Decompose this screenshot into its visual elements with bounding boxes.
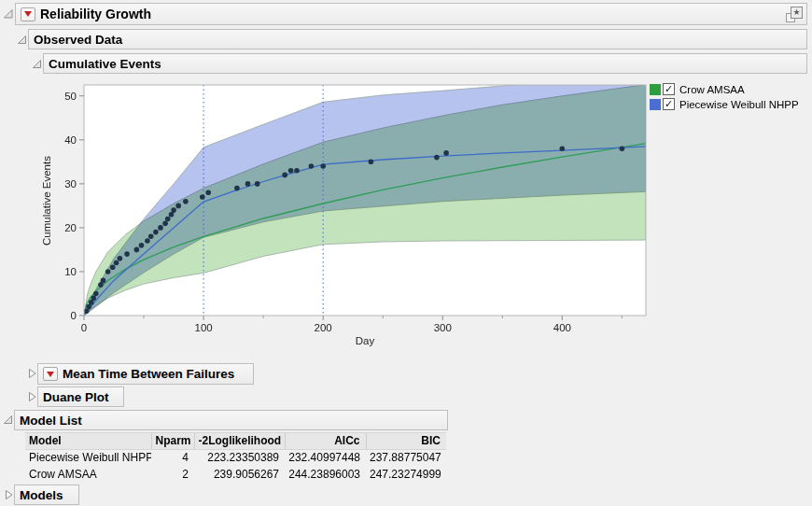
observed-event-point[interactable] [560, 146, 566, 151]
table-row[interactable]: Piecewise Weibull NHPP4223.23350389232.4… [25, 450, 446, 467]
y-tick-label: 20 [64, 222, 77, 233]
disclosure-open-icon[interactable] [17, 35, 27, 45]
observed-event-point[interactable] [434, 155, 440, 161]
table-cell: 239.9056267 [194, 467, 285, 484]
disclosure-closed-icon[interactable] [4, 489, 14, 500]
observed-event-point[interactable] [171, 207, 176, 213]
y-tick-label: 30 [64, 178, 77, 190]
disclosure-open-icon[interactable] [3, 8, 14, 20]
observed-event-point[interactable] [245, 181, 251, 187]
observed-event-point[interactable] [98, 282, 104, 288]
observed-event-point[interactable] [320, 163, 326, 169]
observed-event-point[interactable] [294, 168, 300, 174]
section-label: Observed Data [34, 33, 122, 47]
red-triangle-menu-button[interactable] [21, 7, 35, 21]
legend-label: Piecewise Weibull NHPP [675, 99, 799, 110]
observed-event-point[interactable] [200, 194, 205, 200]
observed-event-point[interactable] [86, 304, 91, 310]
observed-event-point[interactable] [234, 186, 240, 191]
observed-event-point[interactable] [162, 220, 168, 226]
x-tick-label: 100 [194, 322, 212, 333]
disclosure-closed-icon[interactable] [27, 368, 37, 379]
legend-checkbox[interactable]: ✓ [663, 83, 675, 95]
y-tick-label: 40 [64, 134, 77, 146]
observed-event-point[interactable] [145, 238, 150, 244]
observed-event-point[interactable] [169, 212, 175, 218]
disclosure-open-icon[interactable] [32, 59, 42, 69]
section-label: Cumulative Events [49, 57, 161, 71]
cumulative-events-plot[interactable]: 010020030040001020304050DayCumulative Ev… [37, 79, 653, 355]
table-cell: 237.88775047 [366, 450, 446, 467]
disclosure-open-icon[interactable] [3, 415, 13, 425]
observed-event-point[interactable] [139, 243, 145, 248]
observed-event-point[interactable] [153, 230, 159, 235]
observed-event-point[interactable] [183, 199, 189, 204]
column-header-nparm: Nparm [151, 433, 194, 450]
observed-event-point[interactable] [175, 204, 181, 209]
table-cell: Piecewise Weibull NHPP [25, 450, 151, 467]
section-label: Models [20, 488, 63, 502]
table-cell: 4 [151, 450, 194, 467]
column-header-2loglikelihood: -2Loglikelihood [194, 433, 285, 450]
observed-event-point[interactable] [158, 225, 163, 231]
observed-event-point[interactable] [134, 247, 140, 253]
observed-event-point[interactable] [282, 173, 287, 178]
legend-item: ✓Crow AMSAA [650, 82, 799, 96]
model-list-table: ModelNparm-2LoglikelihoodAICcBICPiecewis… [25, 432, 446, 484]
section-mtbf[interactable]: Mean Time Between Failures [37, 363, 254, 385]
observed-event-point[interactable] [369, 160, 374, 165]
observed-event-point[interactable] [114, 260, 119, 266]
red-triangle-icon [47, 372, 54, 377]
observed-event-point[interactable] [105, 269, 111, 274]
star-icon: ★ [791, 7, 803, 19]
observed-event-point[interactable] [309, 163, 315, 169]
x-tick-label: 200 [315, 322, 332, 333]
observed-event-point[interactable] [118, 256, 123, 261]
x-tick-label: 0 [81, 322, 87, 333]
section-duane-plot[interactable]: Duane Plot [37, 387, 124, 407]
table-cell: 247.23274999 [366, 467, 446, 484]
disclosure-closed-icon[interactable] [27, 391, 37, 402]
x-tick-label: 400 [553, 322, 571, 333]
table-cell: 2 [151, 467, 194, 484]
table-cell: 223.23350389 [194, 450, 285, 467]
observed-event-point[interactable] [205, 190, 211, 196]
legend-item: ✓Piecewise Weibull NHPP [650, 97, 799, 111]
report-title-bar[interactable]: Reliability Growth ★ [15, 3, 807, 25]
legend-checkbox[interactable]: ✓ [663, 98, 675, 110]
observed-event-point[interactable] [443, 150, 449, 156]
table-header-row: ModelNparm-2LoglikelihoodAICcBIC [25, 433, 446, 450]
y-tick-label: 0 [71, 310, 77, 321]
observed-event-point[interactable] [124, 251, 130, 257]
observed-event-point[interactable] [165, 217, 171, 222]
layered-window-star-icon[interactable]: ★ [785, 7, 803, 23]
observed-event-point[interactable] [93, 291, 99, 297]
table-row[interactable]: Crow AMSAA2239.9056267244.23896003247.23… [25, 467, 446, 484]
observed-event-point[interactable] [620, 146, 625, 151]
red-triangle-icon [24, 11, 32, 17]
observed-event-point[interactable] [101, 278, 106, 284]
section-models[interactable]: Models [14, 485, 79, 505]
observed-event-point[interactable] [91, 295, 96, 301]
section-cumulative-events[interactable]: Cumulative Events [43, 53, 807, 74]
column-header-aicc: AICc [285, 433, 366, 450]
observed-event-point[interactable] [255, 181, 260, 187]
section-model-list[interactable]: Model List [14, 410, 448, 430]
y-axis-label: Cumulative Events [41, 156, 52, 246]
section-label: Mean Time Between Failures [63, 367, 234, 381]
page-title: Reliability Growth [40, 7, 151, 21]
x-axis-label: Day [356, 335, 375, 346]
table-cell: Crow AMSAA [25, 467, 151, 484]
legend-color-swatch[interactable] [650, 99, 661, 110]
observed-event-point[interactable] [148, 234, 154, 240]
legend-color-swatch[interactable] [650, 84, 661, 95]
observed-event-point[interactable] [110, 264, 116, 270]
x-tick-label: 300 [434, 322, 452, 333]
y-tick-label: 50 [64, 91, 77, 102]
section-label: Model List [20, 414, 82, 428]
plot-legend: ✓Crow AMSAA✓Piecewise Weibull NHPP [650, 82, 799, 112]
column-header-bic: BIC [366, 433, 446, 450]
observed-event-point[interactable] [288, 168, 294, 174]
section-observed-data[interactable]: Observed Data [28, 29, 807, 49]
red-triangle-menu-button[interactable] [43, 367, 58, 381]
